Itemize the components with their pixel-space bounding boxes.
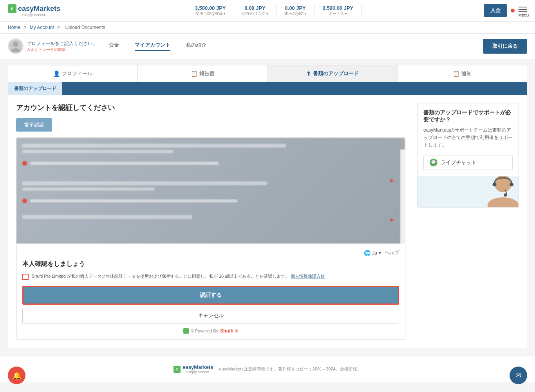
profile-avatar [8,38,23,54]
breadcrumb: Home > My Account > Upload Documents [0,22,535,34]
nav-my-account[interactable]: マイアカウント [135,42,170,51]
account-nav: プロフィールをご記入ください。 入金とトレードの制限 資金 マイアカウント 私の… [0,34,535,59]
header: e easyMarkets Simply Honest. 3,500.00 JP… [0,0,535,22]
lang-selector[interactable]: 🌐 Ja ▾ [364,250,381,256]
left-panel: アカウントを認証してください 電子認証 ► [16,103,405,340]
consent-checkbox[interactable] [22,274,29,280]
svg-point-6 [504,193,507,197]
svg-point-4 [493,182,497,186]
notification-indicator [511,9,515,13]
stat-bonus-value: 3,500.00 JPY [323,5,354,11]
stat-risk-value: 0.00 JPY [244,5,266,11]
help-link[interactable]: ヘルプ [385,249,399,256]
modal-title: 本人確認をしましょう [22,260,399,268]
content-area: アカウントを認証してください 電子認証 ► [8,95,527,348]
live-chat-button[interactable]: 💬 ライブチャット [423,155,513,170]
tab-notifications-label: 通知 [461,70,472,77]
electronic-verify-button[interactable]: 電子認証 [16,118,52,132]
shufti-brand: Shufti fti [220,328,238,334]
agent-silhouette [418,176,519,207]
tab-notifications[interactable]: 📋 通知 [398,65,527,82]
powered-by: © Powered By Shufti fti [22,328,399,334]
footer: e easyMarkets Simply Honest. easyMarkets… [0,356,535,382]
verification-widget: ► ► [16,137,405,340]
support-title: 書類のアップロードでサポートが必要ですか？ [423,109,513,123]
reports-tab-icon: 📋 [191,70,197,77]
profile-indicator: プロフィールをご記入ください。 入金とトレードの制限 [8,38,97,54]
footer-tagline: Simply Honest. [183,370,213,374]
verify-modal: 🌐 Ja ▾ ヘルプ 本人確認をしましょう Shufti Pro Limited… [16,244,405,340]
logo-brand: easyMarkets [18,5,60,13]
widget-blurred-bg: ► ► [16,138,405,244]
consent-text: Shufti Pro Limited が私の個人データと生体認証データを使用およ… [32,273,325,280]
support-box: 書類のアップロードでサポートが必要ですか？ easyMarketsのサポートチー… [417,103,519,208]
verify-title: アカウントを認証してください [16,103,405,112]
lang-label: Ja [372,250,377,256]
logo: e easyMarkets Simply Honest. [8,4,60,17]
tab-upload[interactable]: ⬆ 書類のアップロード [268,65,398,82]
header-stats: 3,500.00 JPY 使用可能な残高 0.00 JPY 現在のリスク 0.0… [72,5,476,16]
breadcrumb-my-account[interactable]: My Account [30,25,54,30]
tab-reports[interactable]: 📋 報告書 [138,65,268,82]
scrollbar[interactable] [400,138,405,244]
footer-logo-icon: e [174,366,181,373]
stat-risk-label: 現在のリスク [242,11,268,16]
stat-risk[interactable]: 0.00 JPY 現在のリスク [234,5,277,16]
notification-button[interactable]: 🔔 [8,367,25,382]
breadcrumb-home[interactable]: Home [8,25,20,30]
modal-top-bar: 🌐 Ja ▾ ヘルプ [22,249,399,256]
profile-label: プロフィールをご記入ください。 [27,40,97,47]
svg-point-0 [13,42,18,47]
tab-bar: 👤 プロフィール 📋 報告書 ⬆ 書類のアップロード 📋 通知 [8,65,527,82]
consent-row: Shufti Pro Limited が私の個人データと生体認証データを使用およ… [22,273,399,280]
svg-point-5 [510,182,513,186]
support-description: easyMarketsのサポートチームは書類のアップロードの全ての手順で利用者を… [423,126,513,149]
deposit-button[interactable]: 入金 [484,4,507,17]
footer-copyright: easyMarketsは登録商標です。著作権＆コピー；2001 - 2024。全… [219,366,361,372]
cancel-button[interactable]: キャンセル [22,308,399,323]
stat-pnl[interactable]: 0.00 JPY 建玉の損益 [277,5,315,16]
main-content: 書類のアップロード アカウントを認証してください 電子認証 [8,82,527,348]
breadcrumb-sep1: > [23,25,27,30]
shufti-logo-icon [183,328,189,334]
nav-funds[interactable]: 資金 [109,42,119,51]
mail-icon: ✉ [515,371,521,380]
nav-referral[interactable]: 私の紹介 [186,42,206,51]
section-label: 書類のアップロード [8,82,62,95]
menu-button[interactable]: MENU [519,7,527,14]
upload-tab-icon: ⬆ [306,70,311,77]
stat-balance[interactable]: 3,500.00 JPY 使用可能な残高 [187,5,234,16]
support-chat-button[interactable]: ✉ [510,367,527,382]
footer-brand: easyMarkets [183,364,213,370]
menu-label: MENU [519,14,527,14]
profile-sub: 入金とトレードの制限 [27,47,97,52]
footer-logo: e easyMarkets Simply Honest. [174,364,213,374]
logo-tagline: Simply Honest. [22,13,46,17]
notifications-tab-icon: 📋 [453,70,459,77]
logo-icon: e [8,4,16,13]
header-actions: 入金 MENU [484,4,527,17]
stat-pnl-value: 0.00 JPY [285,5,306,11]
back-to-trading-button[interactable]: 取引に戻る [483,39,527,54]
lang-chevron: ▾ [379,250,381,256]
privacy-policy-link[interactable]: 個人情報保護方針 [291,274,325,278]
verify-button[interactable]: 認証する [22,286,399,305]
svg-point-1 [11,48,20,52]
stat-bonus[interactable]: 3,500.00 JPY ボーナス [315,5,362,16]
stat-balance-value: 3,500.00 JPY [195,5,226,11]
bell-icon: 🔔 [13,371,21,380]
breadcrumb-current: Upload Documents [65,25,105,30]
tab-profile-label: プロフィール [62,70,92,77]
support-content: 書類のアップロードでサポートが必要ですか？ easyMarketsのサポートチー… [418,103,519,176]
chat-icon: 💬 [430,159,437,166]
stat-pnl-label: 建玉の損益 [284,11,307,16]
breadcrumb-sep2: > [57,25,61,30]
agent-image [418,176,519,207]
tab-profile[interactable]: 👤 プロフィール [8,65,138,82]
tab-reports-label: 報告書 [199,70,215,77]
stat-balance-label: 使用可能な残高 [195,11,226,16]
tab-upload-label: 書類のアップロード [313,70,359,77]
right-panel: 書類のアップロードでサポートが必要ですか？ easyMarketsのサポートチー… [417,103,519,340]
live-chat-label: ライブチャット [441,159,476,166]
profile-tab-icon: 👤 [53,70,60,77]
